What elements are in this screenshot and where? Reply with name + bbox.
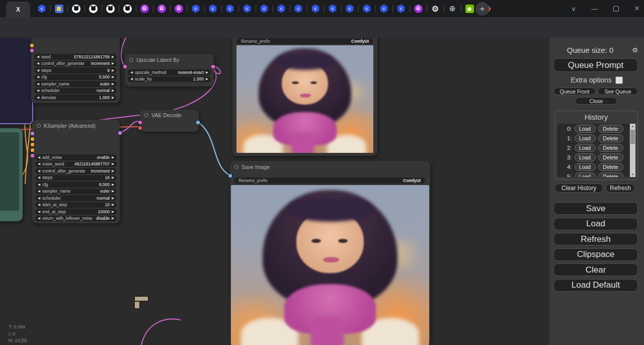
node-title-bar[interactable]: KSampler (Advanced): [37, 123, 116, 129]
tab-github[interactable]: [67, 0, 85, 17]
maximize-icon[interactable]: [612, 6, 620, 12]
minimize-icon[interactable]: —: [591, 5, 599, 13]
node-negative-prompt[interactable]: ve:0.5], utilated, limbs, missing , neck…: [0, 128, 23, 221]
negative-prompt-textarea[interactable]: ve:0.5], utilated, limbs, missing , neck…: [0, 132, 19, 211]
widget-increment-icon[interactable]: ▶: [112, 176, 114, 180]
history-load-button[interactable]: Load: [575, 125, 596, 133]
queue-front-button[interactable]: Queue Front: [553, 88, 596, 95]
widget-upscale_method[interactable]: ◀upscale_methodnearest-exact▶: [128, 69, 211, 75]
settings-gear-icon[interactable]: ⚙: [632, 46, 638, 54]
widget-decrement-icon[interactable]: ◀: [37, 69, 39, 72]
collapse-dot-icon[interactable]: [234, 165, 238, 169]
widget-sampler_name[interactable]: ◀sampler_nameeuler▶: [34, 81, 117, 87]
collapse-dot-icon[interactable]: [37, 124, 41, 128]
widget-increment-icon[interactable]: ▶: [112, 89, 114, 93]
widget-increment-icon[interactable]: ▶: [112, 55, 114, 59]
widget-start_at_step[interactable]: ◀start_at_step10▶: [35, 202, 117, 208]
refresh-history-button[interactable]: Refresh: [606, 184, 635, 193]
tab-comfyui[interactable]: [256, 0, 273, 17]
tab-u-badge[interactable]: [136, 0, 153, 17]
widget-decrement-icon[interactable]: ◀: [37, 89, 39, 93]
widget-increment-icon[interactable]: ▶: [206, 71, 208, 74]
widget-decrement-icon[interactable]: ◀: [37, 82, 39, 86]
tab-comfyui[interactable]: [324, 0, 341, 17]
widget-decrement-icon[interactable]: ◀: [38, 183, 40, 187]
history-delete-button[interactable]: Delete: [598, 125, 623, 133]
input-dot-conditioning[interactable]: [30, 44, 34, 47]
node-vae-decode[interactable]: VAE Decode: [140, 110, 199, 132]
tab-app[interactable]: [50, 0, 67, 17]
extra-options-checkbox[interactable]: [615, 76, 623, 84]
widget-increment-icon[interactable]: ▶: [112, 75, 114, 79]
tab-comfyui[interactable]: [33, 0, 50, 17]
clear-button[interactable]: Clear: [553, 264, 638, 276]
widget-increment-icon[interactable]: ▶: [112, 203, 114, 207]
widget-decrement-icon[interactable]: ◀: [38, 156, 40, 159]
history-delete-button[interactable]: Delete: [598, 172, 623, 178]
queue-prompt-button[interactable]: Queue Prompt: [553, 58, 638, 72]
history-delete-button[interactable]: Delete: [598, 163, 623, 171]
widget-increment-icon[interactable]: ▶: [206, 77, 208, 81]
scroll-down-icon[interactable]: ▼: [630, 172, 635, 177]
close-button[interactable]: Close: [575, 97, 617, 105]
tab-search-chevron-icon[interactable]: ∨: [570, 5, 578, 13]
new-tab-button[interactable]: +: [475, 2, 489, 16]
collapse-dot-icon[interactable]: [144, 113, 148, 117]
tab-comfyui[interactable]: [375, 0, 392, 17]
history-scrollbar[interactable]: ▲ ▼: [630, 124, 635, 177]
clear-history-button[interactable]: Clear History: [554, 184, 603, 193]
widget-control_after_generate[interactable]: ◀control_after_generateincrement▶: [35, 168, 117, 174]
widget-decrement-icon[interactable]: ◀: [38, 210, 40, 214]
widget-increment-icon[interactable]: ▶: [112, 156, 114, 159]
history-delete-button[interactable]: Delete: [598, 153, 623, 161]
widget-steps[interactable]: ◀steps16▶: [35, 175, 117, 181]
load-default-button[interactable]: Load Default: [553, 279, 638, 292]
output-dot-latent[interactable]: [118, 131, 122, 135]
collapse-dot-icon[interactable]: [129, 58, 133, 62]
widget-decrement-icon[interactable]: ◀: [37, 55, 39, 59]
node-save-image-top[interactable]: filename_prefix ComfyUI: [232, 38, 377, 156]
node-save-image[interactable]: Save Image filename_prefix ComfyUI: [230, 161, 430, 345]
widget-decrement-icon[interactable]: ◀: [37, 62, 39, 65]
output-dot-image[interactable]: [196, 121, 200, 124]
widget-increment-icon[interactable]: ▶: [112, 162, 114, 166]
widget-increment-icon[interactable]: ▶: [112, 82, 114, 86]
node-ksampler-advanced[interactable]: KSampler (Advanced) ◀add_noiseenable▶◀no…: [32, 120, 120, 223]
widget-decrement-icon[interactable]: ◀: [130, 77, 133, 81]
scroll-up-icon[interactable]: ▲: [630, 124, 635, 129]
widget-decrement-icon[interactable]: ◀: [38, 197, 40, 200]
input-dot-images[interactable]: [228, 174, 232, 178]
tab-comfyui[interactable]: [392, 0, 410, 17]
widget-decrement-icon[interactable]: ◀: [37, 75, 39, 79]
input-dot-negative[interactable]: [31, 143, 34, 146]
input-dot-latent-image[interactable]: [31, 154, 34, 157]
widget-decrement-icon[interactable]: ◀: [38, 190, 40, 193]
widget-decrement-icon[interactable]: ◀: [37, 96, 39, 100]
tab-comfyui[interactable]: [290, 0, 307, 17]
widget-increment-icon[interactable]: ▶: [112, 96, 114, 100]
scrollbar-thumb[interactable]: [630, 130, 635, 144]
input-dot-samples[interactable]: [138, 121, 142, 124]
tab-settings-gear[interactable]: [427, 0, 444, 17]
input-dot-model[interactable]: [31, 132, 34, 135]
history-delete-button[interactable]: Delete: [598, 144, 623, 152]
tab-comfyui[interactable]: [273, 0, 290, 17]
tab-comfyui[interactable]: [187, 0, 204, 17]
history-load-button[interactable]: Load: [575, 153, 596, 161]
save-button[interactable]: Save: [553, 202, 638, 215]
filename-prefix-widget[interactable]: filename_prefix ComfyUI: [234, 178, 425, 184]
tab-globe[interactable]: [444, 0, 461, 17]
widget-steps[interactable]: ◀steps8▶: [34, 67, 117, 73]
node-graph-canvas[interactable]: iling ile, soft , RAW, urred h the led s…: [0, 38, 549, 345]
widget-denoise[interactable]: ◀denoise1.000▶: [34, 95, 117, 101]
widget-decrement-icon[interactable]: ◀: [38, 203, 40, 207]
widget-increment-icon[interactable]: ▶: [112, 169, 114, 173]
widget-increment-icon[interactable]: ▶: [112, 217, 114, 220]
tab-github[interactable]: [85, 0, 102, 17]
widget-scale_by[interactable]: ◀scale_by1.500▶: [128, 76, 211, 82]
tab-github[interactable]: [102, 0, 119, 17]
widget-seed[interactable]: ◀seed578122121881706▶: [34, 54, 117, 60]
filename-prefix-widget[interactable]: filename_prefix ComfyUI: [236, 38, 373, 44]
widget-decrement-icon[interactable]: ◀: [130, 71, 133, 74]
tab-comfyui[interactable]: [341, 0, 358, 17]
